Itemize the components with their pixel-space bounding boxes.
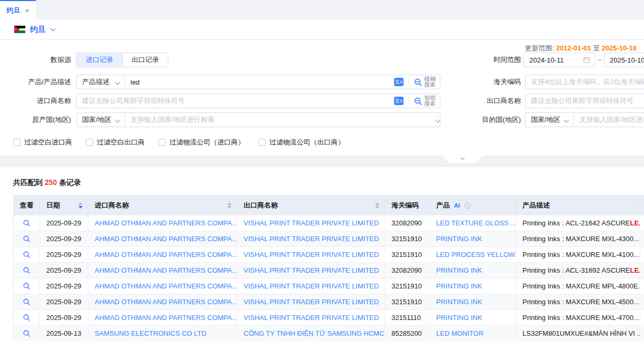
view-record-button[interactable] — [23, 314, 31, 322]
destination-country-group: 国家/地区 支持输入国家/地区进行检索 — [525, 112, 644, 127]
info-icon[interactable] — [464, 202, 471, 209]
importer-link[interactable]: AHMAD OTHMAN AND PARTNERS COMPA... — [88, 263, 237, 278]
table-row: 2025-09-29AHMAD OTHMAN AND PARTNERS COMP… — [14, 263, 644, 278]
collapse-panel-button[interactable] — [442, 156, 483, 163]
checkbox-icon[interactable] — [13, 139, 21, 146]
magnifier-icon — [23, 282, 31, 290]
destination-country-select[interactable]: 国家/地区 — [526, 113, 574, 127]
table-row: 2025-09-29AHMAD OTHMAN AND PARTNERS COMP… — [14, 247, 644, 263]
product-link[interactable]: PRINTING INK — [430, 231, 516, 246]
exporter-link[interactable]: VISHAL PRINT TRADER PRIVATE LIMITED — [237, 310, 385, 325]
fuzzy-search-button[interactable]: 模糊搜索 — [414, 76, 436, 88]
view-cell — [14, 326, 40, 341]
importer-link[interactable]: AHMAD OTHMAN AND PARTNERS COMPA... — [88, 294, 237, 309]
importer-link[interactable]: AHMAD OTHMAN AND PARTNERS COMPA... — [88, 231, 237, 246]
checkbox-filter-blank-importer[interactable]: 过滤空白进口商 — [13, 138, 72, 147]
translate-icon[interactable]: 文A — [394, 97, 404, 105]
collapse-band — [0, 156, 644, 167]
country-bar: 约旦 — [0, 19, 644, 40]
importer-link[interactable]: SAMSUNG ELECTRONICS CO LTD — [88, 326, 237, 341]
time-range-label: 时间范围 — [445, 53, 521, 67]
checkbox-label: 过滤空白进口商 — [24, 138, 72, 147]
exporter-link[interactable]: VISHAL PRINT TRADER PRIVATE LIMITED — [237, 263, 385, 278]
importer-link[interactable]: AHMAD OTHMAN AND PARTNERS COMPA... — [88, 247, 237, 262]
exporter-name-input[interactable]: 建议去除公司尾部字符或特殊符号 — [525, 94, 644, 108]
product-search-group: 产品描述 led 文A 模糊搜索 — [76, 75, 440, 89]
tab-jordan[interactable]: 约旦 × — [0, 0, 36, 19]
end-date-input[interactable]: 2025-10-10 — [604, 53, 644, 67]
checkbox-filter-logistics-importer[interactable]: 过滤物流公司（进口商） — [158, 138, 245, 147]
exporter-link[interactable]: VISHAL PRINT TRADER PRIVATE LIMITED — [237, 231, 385, 246]
sort-exporter-control[interactable] — [372, 202, 379, 209]
checkbox-icon[interactable] — [158, 139, 166, 146]
product-link[interactable]: LED PROCESS YELLOW... — [430, 247, 516, 262]
magnifier-icon — [23, 235, 31, 243]
checkbox-icon[interactable] — [86, 139, 93, 146]
origin-country-input[interactable]: 支持输入国家/地区进行检索 — [125, 115, 436, 125]
checkbox-icon[interactable] — [258, 139, 266, 146]
product-link[interactable]: PRINTING INK — [430, 278, 516, 294]
view-record-button[interactable] — [23, 219, 31, 227]
header-hs-code: 海关编码 — [385, 195, 430, 215]
close-tab-icon[interactable]: × — [25, 7, 29, 14]
divider — [408, 97, 409, 105]
sort-importer-control[interactable] — [224, 202, 232, 209]
view-record-button[interactable] — [23, 235, 31, 243]
product-link[interactable]: PRINTING INK — [430, 310, 516, 325]
tab-export-records[interactable]: 出口记录 — [122, 53, 168, 67]
start-date-input[interactable]: 2024-10-11 — [524, 53, 595, 67]
product-label: 产品/产品描述 — [0, 75, 71, 89]
chevron-down-icon[interactable] — [51, 26, 56, 31]
keyword-highlight: LE... — [630, 266, 641, 274]
checkbox-filter-logistics-exporter[interactable]: 过滤物流公司（出口商） — [258, 138, 345, 147]
chevron-down-icon — [460, 156, 465, 160]
view-cell — [14, 310, 40, 325]
checkbox-filter-blank-exporter[interactable]: 过滤空白出口商 — [86, 138, 145, 147]
date-cell: 2025-09-29 — [40, 278, 88, 294]
exporter-link[interactable]: VISHAL PRINT TRADER PRIVATE LIMITED — [237, 278, 385, 294]
importer-link[interactable]: AHMAD OTHMAN AND PARTNERS COMPA... — [88, 215, 237, 231]
update-range: 更新范围: 2012-01-01 至 2025-10-10 — [525, 44, 637, 53]
importer-name-input[interactable]: 建议去除公司尾部字符或特殊符号 — [77, 96, 394, 106]
product-link[interactable]: LED MONITOR — [430, 326, 516, 341]
translate-icon[interactable]: 文A — [394, 78, 404, 86]
product-search-input[interactable]: led — [125, 78, 394, 86]
hs-code-cell: 32151110 — [385, 310, 430, 325]
view-record-button[interactable] — [23, 298, 31, 306]
date-cell: 2025-09-29 — [40, 215, 88, 231]
exporter-link[interactable]: CÔNG TY TNHH ĐIỆN TỬ SAMSUNG HCMC... — [237, 326, 385, 341]
product-link[interactable]: PRINTING INK — [430, 294, 516, 309]
sort-date-control[interactable] — [75, 202, 83, 209]
smart-search-button[interactable]: 智能搜索 — [414, 95, 436, 107]
tab-import-records[interactable]: 进口记录 — [77, 53, 122, 67]
destination-country-input[interactable]: 支持输入国家/地区进行检索 — [574, 115, 644, 125]
product-type-select[interactable]: 产品描述 — [77, 75, 125, 89]
origin-country-select[interactable]: 国家/地区 — [77, 113, 125, 127]
importer-link[interactable]: AHMAD OTHMAN AND PARTNERS COMPA... — [88, 310, 237, 325]
country-name[interactable]: 约旦 — [30, 25, 46, 35]
origin-country-group: 国家/地区 支持输入国家/地区进行检索 — [76, 112, 440, 127]
date-cell: 2025-09-29 — [40, 294, 88, 309]
importer-link[interactable]: AHMAD OTHMAN AND PARTNERS COMPA... — [88, 278, 237, 294]
description-cell: Printing Inks : MAXCURE MPL-4800E... — [516, 278, 640, 294]
description-cell: Printing Inks : ACL-21642 ASCURE LE... — [516, 215, 640, 231]
update-range-to: 2025-10-10 — [602, 44, 637, 52]
exporter-link[interactable]: VISHAL PRINT TRADER PRIVATE LIMITED — [237, 294, 385, 309]
importer-name-label: 进口商名称 — [0, 94, 71, 108]
hs-code-cell: 32151910 — [385, 278, 430, 294]
view-record-button[interactable] — [23, 282, 31, 290]
product-link[interactable]: LED TEXTURE GLOSS ... — [430, 215, 516, 231]
view-cell — [14, 231, 40, 246]
magnifier-icon — [23, 251, 31, 259]
product-link[interactable]: PRINTING INK — [430, 263, 516, 278]
exporter-link[interactable]: VISHAL PRINT TRADER PRIVATE LIMITED — [237, 247, 385, 262]
hs-code-input[interactable]: 支持4位以上海关编码，或2位海关编码加 — [525, 75, 644, 89]
view-record-button[interactable] — [23, 266, 31, 274]
header-view: 查看 — [14, 195, 40, 215]
view-record-button[interactable] — [23, 329, 31, 337]
description-cell: Printing Inks : MAXCURE MXL-4300... — [516, 231, 640, 246]
results-table: 查看 日期 进口商名称 出口商名称 海关编码 产品 AI — [13, 195, 644, 341]
view-record-button[interactable] — [23, 251, 31, 259]
exporter-link[interactable]: VISHAL PRINT TRADER PRIVATE LIMITED — [237, 215, 385, 231]
date-cell: 2025-09-13 — [40, 326, 88, 341]
